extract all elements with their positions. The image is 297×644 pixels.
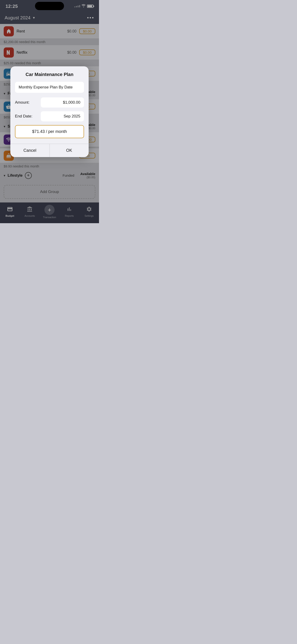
monthly-amount: $71.43 / per month [15,125,84,138]
car-maintenance-modal: Car Maintenance Plan Monthly Expense Pla… [10,66,89,157]
amount-label: Amount: [15,100,38,105]
amount-row: Amount: $1,000.00 [15,98,84,108]
modal-overlay: Car Maintenance Plan Monthly Expense Pla… [0,0,99,223]
end-date-label: End Date: [15,114,38,118]
end-date-row: End Date: Sep 2025 [15,111,84,122]
end-date-field[interactable]: Sep 2025 [41,111,84,122]
plan-type-selector[interactable]: Monthly Expense Plan By Date [15,82,84,93]
amount-field[interactable]: $1,000.00 [41,98,84,108]
cancel-button[interactable]: Cancel [10,144,50,157]
ok-button[interactable]: OK [50,144,89,157]
modal-actions: Cancel OK [10,144,89,157]
modal-title: Car Maintenance Plan [15,72,84,77]
